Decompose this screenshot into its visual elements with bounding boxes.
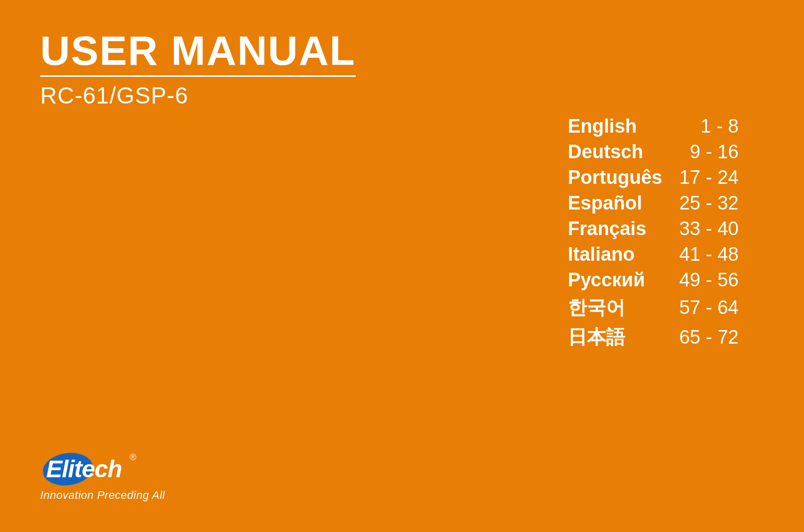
svg-text:Elitech: Elitech bbox=[46, 456, 122, 482]
toc-row: 한국어57 - 64 bbox=[568, 295, 739, 321]
toc-pages-4: 33 - 40 bbox=[678, 218, 739, 240]
logo-section: Elitech ® Innovation Preceding All bbox=[40, 448, 165, 502]
toc-language-2: Português bbox=[568, 167, 678, 188]
toc-row: Italiano41 - 48 bbox=[568, 244, 739, 265]
toc-language-1: Deutsch bbox=[568, 141, 678, 163]
toc-pages-5: 41 - 48 bbox=[678, 244, 739, 265]
toc-language-5: Italiano bbox=[568, 244, 678, 265]
toc-row: Русский49 - 56 bbox=[568, 269, 739, 291]
toc-language-0: English bbox=[568, 116, 678, 137]
tagline: Innovation Preceding All bbox=[40, 489, 165, 502]
page: USER MANUAL RC-61/GSP-6 English1 - 8Deut… bbox=[0, 0, 804, 532]
toc-row: Português17 - 24 bbox=[568, 167, 739, 188]
toc-row: Español25 - 32 bbox=[568, 192, 739, 214]
toc-row: English1 - 8 bbox=[568, 116, 739, 137]
toc-pages-0: 1 - 8 bbox=[678, 116, 739, 137]
toc-section: English1 - 8Deutsch9 - 16Português17 - 2… bbox=[568, 116, 739, 354]
toc-pages-3: 25 - 32 bbox=[678, 192, 739, 214]
toc-language-4: Français bbox=[568, 218, 678, 240]
toc-row: 日本語65 - 72 bbox=[568, 325, 739, 350]
svg-text:®: ® bbox=[130, 452, 136, 462]
toc-language-3: Español bbox=[568, 192, 678, 214]
model-number: RC-61/GSP-6 bbox=[40, 82, 356, 109]
elitech-logo: Elitech ® bbox=[40, 448, 151, 486]
toc-pages-7: 57 - 64 bbox=[678, 297, 739, 318]
toc-pages-1: 9 - 16 bbox=[678, 141, 739, 163]
page-title: USER MANUAL bbox=[40, 30, 356, 71]
toc-language-6: Русский bbox=[568, 269, 678, 291]
toc-language-7: 한국어 bbox=[568, 295, 678, 321]
toc-language-8: 日本語 bbox=[568, 325, 678, 350]
toc-row: Deutsch9 - 16 bbox=[568, 141, 739, 163]
toc-pages-6: 49 - 56 bbox=[678, 269, 739, 291]
toc-row: Français33 - 40 bbox=[568, 218, 739, 240]
toc-pages-2: 17 - 24 bbox=[678, 167, 739, 188]
logo-container: Elitech ® Innovation Preceding All bbox=[40, 448, 165, 502]
toc-pages-8: 65 - 72 bbox=[678, 327, 739, 348]
title-divider bbox=[40, 75, 356, 77]
header-section: USER MANUAL RC-61/GSP-6 bbox=[40, 30, 356, 109]
